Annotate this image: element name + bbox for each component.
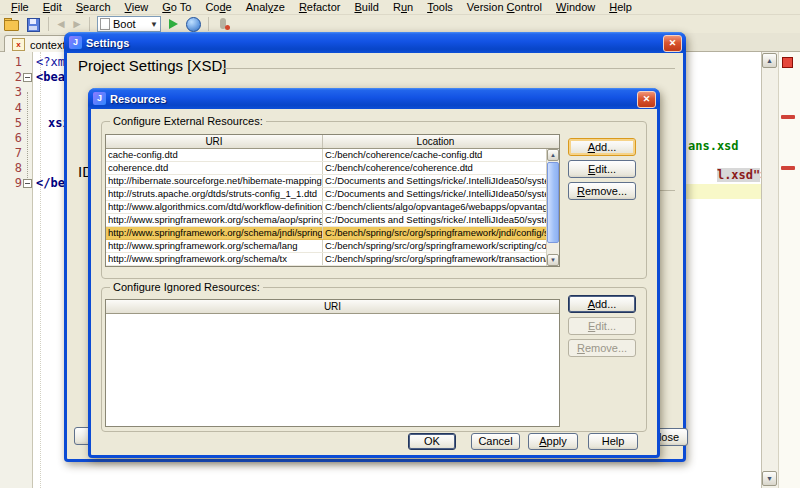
settings-close-icon[interactable]: ✕ bbox=[663, 35, 682, 52]
line-number: 9 bbox=[4, 176, 22, 190]
menu-item-view[interactable]: View bbox=[118, 1, 156, 13]
uri-cell: http://struts.apache.org/dtds/struts-con… bbox=[106, 188, 323, 200]
line-number: 1 bbox=[4, 55, 22, 69]
menu-item-run[interactable]: Run bbox=[386, 1, 420, 13]
line-number: 4 bbox=[4, 101, 22, 115]
line-number: 6 bbox=[4, 131, 22, 145]
table-row[interactable]: http://struts.apache.org/dtds/struts-con… bbox=[106, 188, 548, 201]
menu-item-build[interactable]: Build bbox=[347, 1, 385, 13]
error-marker[interactable] bbox=[781, 166, 795, 170]
edit-button[interactable]: Edit... bbox=[568, 160, 636, 178]
uri-cell: cache-config.dtd bbox=[106, 149, 323, 161]
table-row[interactable]: http://www.springframework.org/schema/la… bbox=[106, 240, 548, 253]
ok-button[interactable]: OK bbox=[408, 433, 456, 450]
debug-icon[interactable] bbox=[186, 17, 201, 32]
menu-item-file[interactable]: File bbox=[4, 1, 36, 13]
uri-cell: http://www.algorithmics.com/dtd/workflow… bbox=[106, 201, 323, 213]
fold-icon[interactable] bbox=[23, 179, 32, 188]
table-row[interactable]: http://www.springframework.org/schema/jn… bbox=[106, 227, 548, 240]
location-cell: C:/Documents and Settings/ricke/.Intelli… bbox=[323, 188, 548, 200]
error-marker[interactable] bbox=[781, 115, 795, 119]
scroll-up-icon[interactable]: ▲ bbox=[547, 149, 559, 161]
table-row[interactable]: cache-config.dtdC:/bench/coherence/cache… bbox=[106, 149, 548, 162]
resources-titlebar[interactable]: J Resources ✕ bbox=[88, 88, 660, 109]
indent-guide bbox=[40, 52, 41, 488]
table-row[interactable]: http://hibernate.sourceforge.net/hiberna… bbox=[106, 175, 548, 188]
external-group-label: Configure External Resources: bbox=[110, 115, 266, 127]
tab-label: context bbox=[30, 39, 65, 51]
location-cell: C:/bench/spring/src/org/springframework/… bbox=[323, 227, 548, 239]
help-button[interactable]: Help bbox=[588, 433, 638, 450]
line-number: 5 bbox=[4, 116, 22, 130]
menu-item-tools[interactable]: Tools bbox=[420, 1, 460, 13]
fold-guide bbox=[27, 92, 28, 178]
run-configuration-combo[interactable]: Boot ▼ bbox=[97, 16, 161, 32]
column-header-location: Location bbox=[323, 135, 548, 148]
remove-button[interactable]: Remove... bbox=[568, 339, 636, 357]
ide-window: FileEditSearchViewGo ToCodeAnalyzeRefact… bbox=[0, 0, 800, 488]
scroll-up-icon[interactable]: ▲ bbox=[762, 53, 777, 68]
external-resources-group: Configure External Resources: URI Locati… bbox=[101, 121, 647, 279]
toolbar-separator bbox=[48, 17, 49, 31]
menu-item-refactor[interactable]: Refactor bbox=[292, 1, 348, 13]
menu-item-version-control[interactable]: Version Control bbox=[460, 1, 549, 13]
run-icon[interactable] bbox=[169, 19, 178, 29]
resources-dialog-title: Resources bbox=[110, 93, 166, 105]
intellij-logo-icon: J bbox=[93, 92, 106, 105]
menu-item-search[interactable]: Search bbox=[69, 1, 118, 13]
menu-bar: FileEditSearchViewGo ToCodeAnalyzeRefact… bbox=[0, 0, 800, 15]
location-cell: C:/Documents and Settings/ricke/.Intelli… bbox=[323, 175, 548, 187]
ignored-resources-table[interactable]: URI bbox=[105, 299, 560, 427]
table-row[interactable]: coherence.dtdC:/bench/coherence/coherenc… bbox=[106, 162, 548, 175]
cancel-button[interactable]: Cancel bbox=[471, 433, 520, 450]
uri-cell: http://www.springframework.org/schema/jn… bbox=[106, 227, 323, 239]
table-scrollbar[interactable]: ▲ ▼ bbox=[546, 149, 559, 266]
edit-button[interactable]: Edit... bbox=[568, 317, 636, 335]
add-button[interactable]: Add... bbox=[568, 138, 636, 156]
table-header: URI bbox=[106, 300, 559, 314]
scroll-down-icon[interactable]: ▼ bbox=[547, 254, 559, 266]
chevron-down-icon: ▼ bbox=[150, 20, 158, 29]
settings-titlebar[interactable]: J Settings ✕ bbox=[64, 32, 686, 53]
page-heading: Project Settings [XSD] bbox=[78, 57, 226, 74]
location-cell: C:/bench/spring/src/org/springframework/… bbox=[323, 253, 548, 265]
settings-dialog-title: Settings bbox=[86, 37, 129, 49]
scroll-down-icon[interactable]: ▼ bbox=[762, 471, 777, 486]
remove-button[interactable]: Remove... bbox=[568, 182, 636, 200]
fold-icon[interactable] bbox=[23, 73, 32, 82]
menu-item-code[interactable]: Code bbox=[198, 1, 238, 13]
menu-item-window[interactable]: Window bbox=[549, 1, 602, 13]
table-header: URI Location bbox=[106, 135, 559, 149]
location-cell: C:/bench/coherence/cache-config.dtd bbox=[323, 149, 548, 161]
menu-item-analyze[interactable]: Analyze bbox=[239, 1, 292, 13]
toolbar-separator bbox=[89, 17, 90, 31]
external-resources-table[interactable]: URI Location cache-config.dtdC:/bench/co… bbox=[105, 134, 560, 267]
table-row[interactable]: http://www.springframework.org/schema/tx… bbox=[106, 253, 548, 266]
ignored-resources-group: Configure Ignored Resources: URI Add...E… bbox=[101, 287, 647, 432]
toolbar-separator bbox=[208, 17, 209, 31]
intellij-logo-icon: J bbox=[69, 36, 82, 49]
save-icon[interactable] bbox=[25, 17, 41, 32]
apply-button[interactable]: Apply bbox=[528, 433, 578, 450]
back-icon[interactable]: ◄ bbox=[53, 17, 69, 32]
add-button[interactable]: Add... bbox=[568, 295, 636, 313]
resources-close-icon[interactable]: ✕ bbox=[637, 91, 656, 108]
location-cell: C:/bench/coherence/coherence.dtd bbox=[323, 162, 548, 174]
forward-icon[interactable]: ► bbox=[69, 17, 85, 32]
editor-scrollbar[interactable] bbox=[761, 52, 778, 488]
table-row[interactable]: http://www.springframework.org/schema/ao… bbox=[106, 214, 548, 227]
run-config-icon bbox=[100, 18, 110, 30]
table-row[interactable]: http://www.algorithmics.com/dtd/workflow… bbox=[106, 201, 548, 214]
open-file-icon[interactable] bbox=[3, 17, 19, 32]
scrollbar-thumb[interactable] bbox=[547, 162, 559, 243]
location-cell: C:/Documents and Settings/ricke/.Intelli… bbox=[323, 214, 548, 226]
code-fragment-selected: l.xsd"> bbox=[688, 154, 768, 196]
menu-item-edit[interactable]: Edit bbox=[36, 1, 69, 13]
line-number: 3 bbox=[4, 85, 22, 99]
location-cell: C:/bench/spring/src/org/springframework/… bbox=[323, 240, 548, 252]
xml-file-icon: x bbox=[12, 38, 25, 51]
menu-item-help[interactable]: Help bbox=[602, 1, 639, 13]
resources-dialog: J Resources ✕ Configure External Resourc… bbox=[88, 88, 660, 458]
menu-item-go-to[interactable]: Go To bbox=[155, 1, 198, 13]
inspect-icon[interactable] bbox=[216, 17, 230, 31]
